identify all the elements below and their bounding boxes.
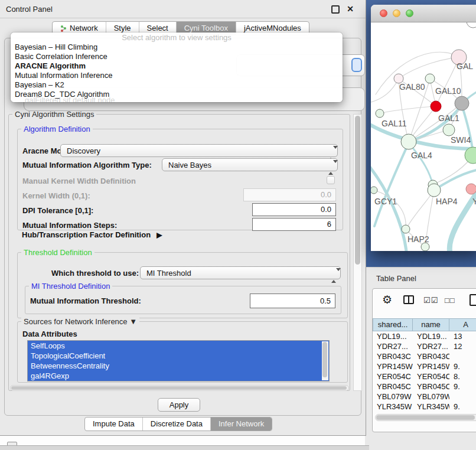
algorithm-option[interactable]: Dream8 DC_TDC Algorithm <box>11 90 343 99</box>
network-edge <box>436 58 459 106</box>
network-node[interactable] <box>467 22 476 28</box>
algorithm-option[interactable]: Bayesian – Hill Climbing <box>11 43 343 52</box>
table-row[interactable]: YDR27...YDR27...12 <box>373 341 476 351</box>
sources-group: Sources for Network Inference ▼ Data Att… <box>17 321 348 383</box>
table-cell: YLR345W <box>413 402 449 412</box>
network-node[interactable] <box>431 101 441 112</box>
mi-steps-input[interactable]: 6 <box>252 218 336 231</box>
kernel-width-label: Kernel Width (0,1): <box>22 191 90 200</box>
table-horizontal-scrollbar[interactable] <box>375 414 476 421</box>
gear-icon[interactable]: ⚙ <box>382 293 392 306</box>
collapse-arrow-icon[interactable]: ▼ <box>129 317 137 326</box>
control-panel-titlebar: Control Panel ✕ <box>0 0 366 18</box>
hub-definition-toggle[interactable]: Hub/Transcription Factor Definition▶ <box>22 230 162 239</box>
table-cell <box>449 351 476 361</box>
which-threshold-label: Which threshold to use: <box>51 269 139 278</box>
expand-arrow-icon: ▶ <box>157 231 162 239</box>
close-icon[interactable]: ✕ <box>347 4 354 14</box>
zoom-traffic-light[interactable] <box>406 9 413 17</box>
deselect-all-icon[interactable]: □□ <box>445 296 455 305</box>
table-cell: YBR045C <box>373 381 413 392</box>
close-traffic-light[interactable] <box>380 9 387 17</box>
table-row[interactable]: YBR043CYBR043C <box>373 351 476 361</box>
table-row[interactable]: YBL079WYBL079W <box>373 392 476 402</box>
tab-impute-data[interactable]: Impute Data <box>85 418 142 431</box>
mi-type-combobox[interactable]: Naive Bayes <box>162 158 338 171</box>
table-header-row: shared...nameA <box>373 318 476 331</box>
attribute-item[interactable]: SelfLoops <box>28 341 329 351</box>
table-cell: YPR145W <box>413 361 449 371</box>
algorithm-option[interactable]: Bayesian – K2 <box>11 80 343 90</box>
mi-threshold-input[interactable]: 0.5 <box>250 294 335 308</box>
settings-horizontal-scrollbar[interactable] <box>10 385 349 391</box>
network-node[interactable] <box>421 243 429 251</box>
network-icon <box>60 25 67 32</box>
table-cell: 9. <box>449 381 476 392</box>
select-all-icon[interactable]: ☑☑ <box>423 296 438 305</box>
table-row[interactable]: YLR345WYLR345W9. <box>373 402 476 412</box>
table-cell: YBL079W <box>413 392 449 402</box>
attribute-item[interactable]: BetweennessCentrality <box>28 361 329 371</box>
node-label: GAL80 <box>399 82 425 92</box>
list-scrollbar[interactable] <box>322 341 328 380</box>
tab-infer-network[interactable]: Infer Network <box>210 418 272 431</box>
tab-label: Discretize Data <box>151 418 203 431</box>
table-rows: YDL19...YDL19...13YDR27...YDR27...12YBR0… <box>373 331 476 414</box>
table-row[interactable]: YBR045CYBR045C9. <box>373 381 476 392</box>
aracne-mode-combobox[interactable]: Discovery <box>60 144 338 157</box>
mi-type-value: Naive Bayes <box>168 161 211 169</box>
network-edge <box>406 190 434 229</box>
attribute-item[interactable]: gal4RGexp <box>28 371 329 381</box>
network-window-titlebar <box>371 5 476 22</box>
network-node[interactable] <box>428 184 441 197</box>
algorithm-options: Bayesian – Hill ClimbingBasic Correlatio… <box>11 43 343 99</box>
network-node[interactable] <box>376 109 384 118</box>
algorithm-option[interactable]: ARACNE Algorithm <box>11 61 343 71</box>
table-row[interactable]: YER054CYER054C8. <box>373 371 476 381</box>
which-threshold-combobox[interactable]: MI Threshold <box>140 266 341 279</box>
settings-vertical-scrollbar[interactable] <box>353 114 362 391</box>
network-node[interactable] <box>401 134 416 149</box>
table-toolbar: ⚙ ☑☑ □□ <box>373 291 476 311</box>
algorithm-definition-group: Algorithm Definition Aracne Mode: Discov… <box>17 129 343 230</box>
combobox-arrow-button[interactable] <box>351 58 362 72</box>
algorithm-option[interactable]: Mutual Information Inference <box>11 71 343 80</box>
manual-kernel-checkbox[interactable] <box>327 176 335 184</box>
table-cell: YER054C <box>373 371 413 381</box>
table-row[interactable]: YPR145WYPR145W9. <box>373 361 476 371</box>
algorithm-option[interactable]: Basic Correlation Inference <box>11 52 343 61</box>
data-attributes-list[interactable]: SelfLoopsTopologicalCoefficientBetweenne… <box>27 340 330 381</box>
network-node[interactable] <box>443 124 455 136</box>
bottom-strip <box>0 445 369 450</box>
apply-button[interactable]: Apply <box>158 398 200 412</box>
node-label: GAL <box>457 61 473 71</box>
float-window-icon[interactable] <box>331 5 340 14</box>
column-header[interactable]: name <box>413 318 449 331</box>
network-node[interactable] <box>371 187 377 194</box>
node-label: HAP2 <box>407 234 429 244</box>
attribute-item[interactable]: TopologicalCoefficient <box>28 351 329 361</box>
node-label: HAP4 <box>436 197 458 206</box>
network-node[interactable] <box>455 96 469 110</box>
table-row[interactable]: YDL19...YDL19...13 <box>373 331 476 341</box>
node-label: GCY1 <box>374 197 397 206</box>
network-node[interactable] <box>466 184 476 194</box>
dpi-tolerance-input[interactable]: 0.0 <box>252 203 336 216</box>
split-columns-icon[interactable] <box>403 295 414 304</box>
table-panel-title: Table Panel <box>376 274 416 283</box>
tab-discretize-data[interactable]: Discretize Data <box>142 418 210 431</box>
threshold-definition-title: Threshold Definition <box>21 248 94 257</box>
kernel-width-input[interactable]: 0.0 <box>243 188 336 201</box>
page-icon[interactable] <box>470 294 476 306</box>
node-label: Y <box>472 197 476 206</box>
table-cell: YBR043C <box>413 351 449 361</box>
network-canvas[interactable]: GALGAL80GAL10GAL1GAL11SWI4GAL4GCY1HAP4YH… <box>371 22 476 251</box>
minimize-traffic-light[interactable] <box>393 9 400 17</box>
column-header[interactable]: shared... <box>373 318 413 331</box>
which-threshold-value: MI Threshold <box>146 269 191 278</box>
node-label: GAL1 <box>438 113 459 123</box>
control-panel-title: Control Panel <box>6 5 53 14</box>
column-header[interactable]: A <box>449 318 476 331</box>
network-node[interactable] <box>425 74 435 83</box>
network-node[interactable] <box>402 225 410 233</box>
